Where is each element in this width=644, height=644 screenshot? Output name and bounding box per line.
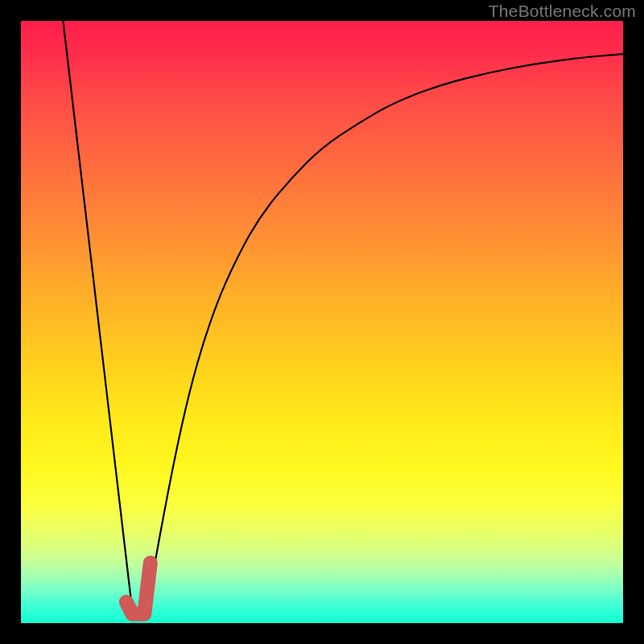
series-recovery [147, 54, 623, 605]
plot-area [21, 21, 623, 623]
recovery-curve [147, 54, 623, 605]
descent-line [63, 21, 132, 611]
chart-frame: TheBottleneck.com [0, 0, 644, 644]
series-descent [63, 21, 132, 611]
chart-curves [21, 21, 623, 623]
watermark-text: TheBottleneck.com [489, 2, 636, 21]
